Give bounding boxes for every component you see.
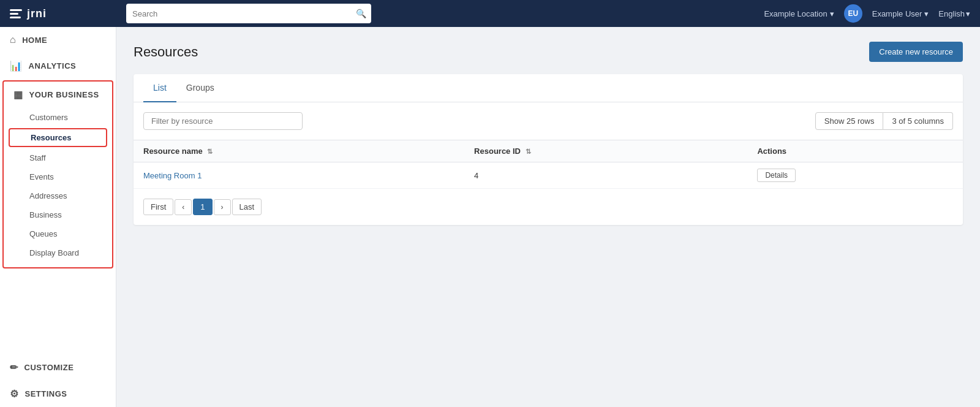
pagination-page-1[interactable]: 1	[193, 199, 212, 215]
sidebar-item-customize[interactable]: ✏ CUSTOMIZE	[0, 354, 116, 381]
main-content: Resources Create new resource List Group…	[116, 27, 980, 407]
sub-items-list: Customers Resources Staff Events Address…	[4, 108, 112, 267]
sidebar-item-customers[interactable]: Customers	[4, 108, 112, 127]
sidebar-item-settings[interactable]: ⚙ SETTINGS	[0, 381, 116, 407]
sort-icon: ⇅	[526, 148, 531, 156]
sidebar-item-queues[interactable]: Queues	[4, 224, 112, 243]
logo-icon	[10, 9, 22, 18]
location-selector[interactable]: Example Location ▾	[764, 9, 834, 18]
analytics-icon: 📊	[10, 60, 23, 72]
tab-list[interactable]: List	[143, 74, 176, 102]
filter-input[interactable]	[143, 112, 303, 130]
resource-name-cell: Meeting Room 1	[134, 162, 464, 189]
language-selector[interactable]: English ▾	[938, 9, 970, 18]
sidebar-item-analytics[interactable]: 📊 ANALYTICS	[0, 53, 116, 79]
sidebar-item-display-board[interactable]: Display Board	[4, 243, 112, 262]
resource-name-link[interactable]: Meeting Room 1	[143, 171, 202, 180]
tab-groups[interactable]: Groups	[176, 74, 224, 102]
business-icon: ▦	[13, 89, 23, 101]
table-controls: Show 25 rows 3 of 5 columns	[134, 102, 963, 140]
table-header-row: Resource name ⇅ Resource ID ⇅ Actions	[134, 140, 963, 162]
search-input[interactable]	[126, 4, 371, 23]
search-icon-button[interactable]: 🔍	[356, 9, 366, 18]
table-row: Meeting Room 1 4 Details	[134, 162, 963, 189]
content-card: List Groups Show 25 rows 3 of 5 columns …	[134, 74, 963, 225]
page-header: Resources Create new resource	[134, 42, 963, 62]
pagination-next[interactable]: ›	[214, 199, 231, 215]
home-icon: ⌂	[10, 34, 16, 45]
jrni-logo: jrni	[10, 7, 47, 20]
sidebar-item-events[interactable]: Events	[4, 167, 112, 186]
resource-actions-cell: Details	[747, 162, 963, 189]
pagination-first[interactable]: First	[143, 199, 173, 215]
logo-area: jrni	[10, 7, 126, 20]
page-title: Resources	[134, 44, 198, 60]
column-header-resource-name: Resource name ⇅	[134, 140, 464, 162]
pagination-last[interactable]: Last	[232, 199, 262, 215]
table-actions-right: Show 25 rows 3 of 5 columns	[815, 112, 953, 130]
search-container: 🔍	[126, 4, 371, 23]
your-business-section: ▦ YOUR BUSINESS Customers Resources Staf…	[2, 80, 113, 268]
tabs-bar: List Groups	[134, 74, 963, 102]
sidebar-item-home[interactable]: ⌂ HOME	[0, 27, 116, 53]
sidebar-item-business[interactable]: Business	[4, 205, 112, 224]
sort-icon: ⇅	[207, 148, 213, 156]
columns-button[interactable]: 3 of 5 columns	[883, 112, 953, 130]
chevron-down-icon: ▾	[966, 9, 970, 18]
column-header-actions: Actions	[747, 140, 963, 162]
details-button[interactable]: Details	[757, 169, 796, 182]
top-navigation: jrni 🔍 Example Location ▾ EU Example Use…	[0, 0, 980, 27]
resources-table: Resource name ⇅ Resource ID ⇅ Actions	[134, 140, 963, 189]
sidebar: ⌂ HOME 📊 ANALYTICS ▦ YOUR BUSINESS Custo…	[0, 27, 116, 407]
chevron-down-icon: ▾	[830, 9, 834, 18]
nav-right: Example Location ▾ EU Example User ▾ Eng…	[764, 4, 970, 23]
column-header-resource-id: Resource ID ⇅	[464, 140, 747, 162]
user-avatar: EU	[844, 4, 862, 23]
logo-text: jrni	[27, 7, 47, 20]
sidebar-item-your-business[interactable]: ▦ YOUR BUSINESS	[4, 82, 112, 108]
customize-icon: ✏	[10, 362, 18, 373]
pagination: First ‹ 1 › Last	[134, 189, 963, 225]
user-menu[interactable]: Example User ▾	[872, 9, 929, 18]
show-rows-button[interactable]: Show 25 rows	[815, 112, 884, 130]
pagination-prev[interactable]: ‹	[175, 199, 192, 215]
chevron-down-icon: ▾	[924, 9, 929, 18]
sidebar-item-resources[interactable]: Resources	[9, 128, 107, 147]
create-new-resource-button[interactable]: Create new resource	[869, 42, 963, 62]
sidebar-item-addresses[interactable]: Addresses	[4, 186, 112, 205]
sidebar-bottom: ✏ CUSTOMIZE ⚙ SETTINGS	[0, 354, 116, 407]
resource-id-cell: 4	[464, 162, 747, 189]
app-body: ⌂ HOME 📊 ANALYTICS ▦ YOUR BUSINESS Custo…	[0, 27, 980, 407]
sidebar-item-staff[interactable]: Staff	[4, 148, 112, 167]
settings-icon: ⚙	[10, 388, 19, 400]
